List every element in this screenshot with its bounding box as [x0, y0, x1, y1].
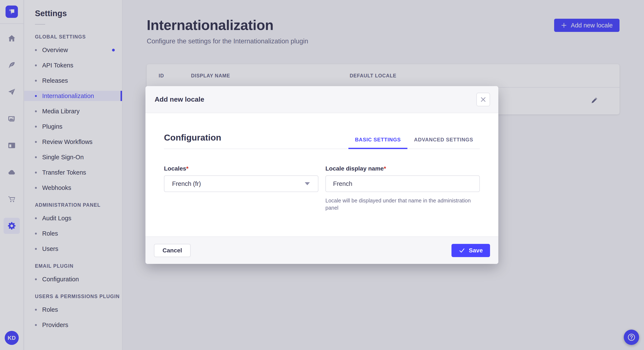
save-button[interactable]: Save [452, 244, 490, 257]
display-name-help-text: Locale will be displayed under that name… [326, 197, 480, 212]
close-icon [480, 97, 486, 102]
locales-field: Locales* French (fr) [164, 165, 318, 217]
tab-basic-settings[interactable]: BASIC SETTINGS [348, 137, 408, 149]
cancel-button[interactable]: Cancel [154, 244, 190, 257]
close-button[interactable] [476, 93, 490, 106]
display-name-input[interactable] [326, 175, 480, 192]
required-marker: * [186, 165, 188, 172]
modal-header: Add new locale [146, 86, 498, 113]
modal-footer: Cancel Save [146, 236, 498, 264]
add-locale-modal: Add new locale Configuration BASIC SETTI… [146, 86, 498, 264]
check-icon [459, 247, 465, 254]
display-name-field: Locale display name* Locale will be disp… [326, 165, 480, 217]
locales-select[interactable]: French (fr) [164, 175, 318, 192]
settings-tabs: BASIC SETTINGS ADVANCED SETTINGS [348, 137, 480, 149]
display-name-label: Locale display name* [326, 165, 480, 172]
locales-label: Locales* [164, 165, 318, 172]
modal-title: Add new locale [154, 95, 204, 103]
configuration-header-row: Configuration BASIC SETTINGS ADVANCED SE… [164, 113, 480, 149]
chevron-down-icon [305, 182, 310, 185]
locales-select-value: French (fr) [172, 180, 201, 187]
save-label: Save [469, 247, 483, 254]
modal-body: Configuration BASIC SETTINGS ADVANCED SE… [146, 113, 498, 236]
required-marker: * [384, 165, 386, 172]
configuration-title: Configuration [164, 133, 221, 143]
form-fields-row: Locales* French (fr) Locale display name… [164, 165, 480, 217]
tab-advanced-settings[interactable]: ADVANCED SETTINGS [408, 137, 480, 149]
